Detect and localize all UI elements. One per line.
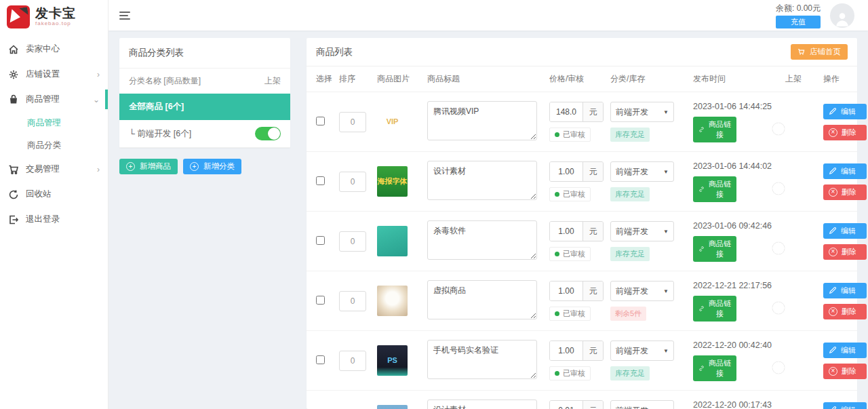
category-select[interactable]: 前端开发 ▼ bbox=[610, 400, 674, 409]
user-icon bbox=[833, 10, 851, 28]
row-select-checkbox[interactable] bbox=[316, 236, 325, 245]
price-input[interactable] bbox=[550, 281, 583, 300]
delete-button[interactable]: × 删除 bbox=[823, 364, 867, 379]
product-image-label: 海报字体 bbox=[378, 177, 408, 185]
product-link-button[interactable]: 商品链接 bbox=[693, 355, 736, 381]
review-status-badge: 已审核 bbox=[549, 187, 591, 201]
caret-down-icon: ▼ bbox=[663, 229, 669, 235]
product-link-label: 商品链接 bbox=[709, 298, 731, 319]
row-select-checkbox[interactable] bbox=[316, 355, 325, 364]
category-row-frontend[interactable]: └ 前端开发 [6个] bbox=[119, 120, 290, 148]
category-select[interactable]: 前端开发 ▼ bbox=[610, 281, 674, 301]
category-visibility-toggle[interactable] bbox=[255, 127, 281, 140]
review-status-label: 已审核 bbox=[563, 368, 585, 378]
cross-circle-icon: × bbox=[829, 248, 837, 256]
product-link-button[interactable]: 商品链接 bbox=[693, 176, 736, 202]
price-input[interactable] bbox=[550, 341, 583, 360]
row-select-checkbox[interactable] bbox=[316, 296, 325, 305]
home-icon bbox=[8, 44, 19, 55]
delete-button[interactable]: × 删除 bbox=[823, 184, 867, 200]
product-title-textarea[interactable]: 设计素材 bbox=[427, 400, 537, 409]
sort-order-input[interactable] bbox=[339, 172, 366, 192]
hamburger-menu-icon[interactable] bbox=[119, 12, 130, 20]
shop-home-button[interactable]: 店铺首页 bbox=[791, 44, 848, 60]
delete-label: 删除 bbox=[842, 128, 856, 138]
delete-button[interactable]: × 删除 bbox=[823, 244, 867, 260]
product-title-textarea[interactable]: 虚拟商品 bbox=[427, 280, 537, 319]
delete-button[interactable]: × 删除 bbox=[823, 125, 867, 140]
col-price-review: 价格/审核 bbox=[549, 73, 610, 85]
price-input[interactable] bbox=[550, 102, 583, 121]
table-row: 虚拟商品 元 已审核 前端开发 ▼ 剩余5件 2022-12-21 22:17:… bbox=[307, 271, 857, 331]
green-dot-icon bbox=[555, 371, 559, 376]
sort-order-input[interactable] bbox=[339, 231, 366, 252]
category-row-all-products[interactable]: 全部商品 [6个] bbox=[119, 94, 290, 120]
review-status-badge: 已审核 bbox=[549, 366, 591, 381]
product-title-textarea[interactable]: 设计素材 bbox=[427, 161, 537, 200]
product-title-textarea[interactable]: 手机号码实名验证 bbox=[427, 340, 537, 379]
sort-order-input[interactable] bbox=[339, 351, 366, 371]
table-row: 海报字体 设计素材 元 已审核 前端开发 ▼ 库存充足 2023-01-06 1… bbox=[307, 152, 857, 212]
product-image: PS bbox=[377, 345, 408, 376]
price-unit-label: 元 bbox=[583, 102, 603, 121]
green-dot-icon bbox=[555, 192, 559, 197]
publish-time: 2023-01-06 14:44:25 bbox=[693, 102, 772, 111]
sort-order-input[interactable] bbox=[339, 112, 366, 132]
edit-button[interactable]: 编辑 bbox=[823, 223, 867, 239]
brand-domain: fakebao.top bbox=[35, 21, 76, 27]
category-select[interactable]: 前端开发 ▼ bbox=[610, 221, 674, 241]
sidebar-item-product-management[interactable]: 商品管理 ⌄ bbox=[0, 87, 108, 112]
edit-button[interactable]: 编辑 bbox=[823, 104, 867, 119]
avatar[interactable] bbox=[830, 3, 854, 28]
recycle-icon bbox=[8, 189, 19, 200]
sidebar-subitem-product-category[interactable]: 商品分类 bbox=[0, 134, 108, 157]
category-select[interactable]: 前端开发 ▼ bbox=[610, 102, 674, 122]
price-unit-label: 元 bbox=[583, 162, 603, 181]
product-link-button[interactable]: 商品链接 bbox=[693, 236, 736, 262]
recharge-button[interactable]: 充值 bbox=[776, 16, 821, 28]
publish-time: 2022-12-20 00:42:40 bbox=[693, 340, 772, 350]
price-unit-label: 元 bbox=[583, 222, 603, 241]
col-image: 商品图片 bbox=[377, 73, 427, 85]
category-selected-value: 前端开发 bbox=[616, 345, 648, 357]
cart-icon bbox=[8, 164, 19, 175]
category-selected-value: 前端开发 bbox=[616, 405, 648, 409]
product-table-header: 选择 排序 商品图片 商品标题 价格/审核 分类/库存 发布时间 上架 操作 bbox=[307, 66, 857, 92]
sidebar-item-shop-settings[interactable]: 店铺设置 › bbox=[0, 62, 108, 87]
category-select[interactable]: 前端开发 ▼ bbox=[610, 340, 674, 361]
product-title-textarea[interactable]: 杀毒软件 bbox=[427, 220, 537, 260]
pencil-icon bbox=[829, 286, 837, 294]
sidebar-item-seller-center[interactable]: 卖家中心 bbox=[0, 37, 108, 62]
sidebar-item-recycle-bin[interactable]: 回收站 bbox=[0, 182, 108, 207]
edit-button[interactable]: 编辑 bbox=[823, 343, 867, 358]
delete-label: 删除 bbox=[842, 187, 856, 197]
edit-button[interactable]: 编辑 bbox=[823, 402, 867, 409]
add-category-button[interactable]: + 新增分类 bbox=[183, 159, 241, 174]
review-status-label: 已审核 bbox=[563, 130, 585, 140]
edit-button[interactable]: 编辑 bbox=[823, 283, 867, 298]
review-status-badge: 已审核 bbox=[549, 247, 591, 261]
row-select-checkbox[interactable] bbox=[316, 117, 325, 125]
sort-order-input[interactable] bbox=[339, 291, 366, 311]
sidebar-subitem-product-management[interactable]: 商品管理 bbox=[0, 112, 108, 134]
brand-logo[interactable]: 发卡宝 fakebao.top bbox=[0, 0, 108, 33]
price-input[interactable] bbox=[550, 401, 583, 409]
product-link-button[interactable]: 商品链接 bbox=[693, 296, 736, 322]
sidebar-item-trade-management[interactable]: 交易管理 › bbox=[0, 157, 108, 182]
delete-button[interactable]: × 删除 bbox=[823, 304, 867, 319]
stock-badge: 库存充足 bbox=[610, 187, 650, 201]
edit-button[interactable]: 编辑 bbox=[823, 163, 867, 179]
add-product-button[interactable]: + 新增商品 bbox=[119, 159, 178, 174]
row-select-checkbox[interactable] bbox=[316, 176, 325, 185]
sidebar-item-logout[interactable]: 退出登录 bbox=[0, 207, 108, 232]
shop-home-label: 店铺首页 bbox=[810, 47, 841, 57]
stock-badge: 库存充足 bbox=[610, 128, 650, 142]
link-icon bbox=[698, 305, 705, 313]
product-link-button[interactable]: 商品链接 bbox=[693, 117, 736, 142]
cart-icon bbox=[797, 48, 805, 56]
product-title-textarea[interactable]: 腾讯视频VIP bbox=[427, 101, 537, 140]
price-input[interactable] bbox=[550, 162, 583, 181]
price-input[interactable] bbox=[550, 222, 583, 241]
category-select[interactable]: 前端开发 ▼ bbox=[610, 161, 674, 182]
pencil-icon bbox=[829, 227, 837, 235]
